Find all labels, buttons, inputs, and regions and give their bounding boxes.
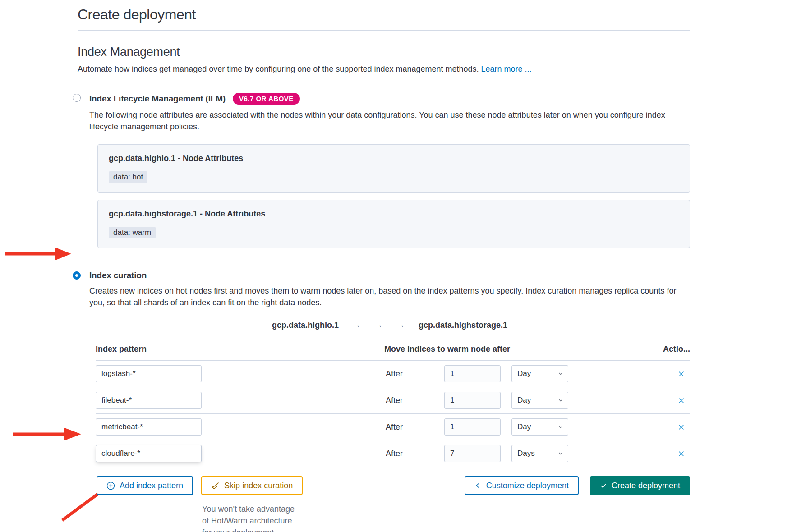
move-after-value-input[interactable] bbox=[444, 392, 501, 409]
create-deployment-button[interactable]: Create deployment bbox=[590, 476, 690, 495]
chevron-down-icon bbox=[558, 424, 563, 430]
table-header: Index pattern Move indices to warm node … bbox=[96, 344, 690, 361]
skip-index-curation-button[interactable]: Skip index curation bbox=[201, 476, 303, 495]
index-curation-label: Index curation bbox=[89, 271, 147, 280]
index-management-intro: Automate how indices get managed over ti… bbox=[78, 63, 690, 75]
node-attributes-box-highio: gcp.data.highio.1 - Node Attributes data… bbox=[97, 144, 690, 193]
index-pattern-input[interactable] bbox=[96, 392, 202, 409]
after-label: After bbox=[386, 422, 444, 432]
remove-row-button[interactable] bbox=[676, 369, 686, 379]
header-actions: Actio... bbox=[649, 344, 690, 354]
index-pattern-input[interactable] bbox=[96, 418, 202, 436]
index-curation-option: Index curation Creates new indices on ho… bbox=[78, 271, 690, 532]
node-attribute-tag: data: warm bbox=[109, 227, 156, 238]
remove-row-button[interactable] bbox=[676, 449, 686, 459]
index-pattern-input[interactable] bbox=[96, 365, 202, 382]
skip-warning-text: You won't take advantage of Hot/Warm arc… bbox=[202, 503, 295, 532]
hot-warm-flow: gcp.data.highio.1 → → → gcp.data.highsto… bbox=[89, 320, 690, 330]
index-pattern-rows: After Day After Day bbox=[96, 361, 690, 467]
flow-arrow-icon: → bbox=[396, 320, 405, 330]
after-label: After bbox=[386, 369, 444, 379]
hot-node-name: gcp.data.highio.1 bbox=[272, 321, 339, 330]
unit-select[interactable]: Day bbox=[511, 418, 568, 436]
node-box-title: gcp.data.highstorage.1 - Node Attributes bbox=[109, 209, 679, 219]
chevron-left-icon bbox=[474, 482, 482, 489]
index-pattern-row: After Day bbox=[96, 361, 690, 387]
node-attributes-box-highstorage: gcp.data.highstorage.1 - Node Attributes… bbox=[97, 200, 690, 248]
annotation-arrow-cloudflare-row bbox=[11, 426, 85, 442]
curation-actions-row: Add index pattern Skip index curation Yo… bbox=[97, 476, 690, 532]
check-icon bbox=[600, 482, 607, 489]
move-after-value-input[interactable] bbox=[444, 418, 501, 436]
index-curation-radio[interactable] bbox=[73, 271, 81, 280]
index-management-heading: Index Management bbox=[78, 45, 690, 59]
ilm-option-label: Index Lifecycle Management (ILM) bbox=[89, 94, 226, 104]
customize-deployment-button[interactable]: Customize deployment bbox=[465, 476, 579, 495]
annotation-arrow-index-curation bbox=[0, 246, 77, 262]
skip-index-curation-label: Skip index curation bbox=[224, 481, 293, 491]
intro-text: Automate how indices get managed over ti… bbox=[78, 64, 479, 73]
move-after-value-input[interactable] bbox=[444, 445, 501, 462]
index-pattern-row: After Day bbox=[96, 414, 690, 440]
remove-row-button[interactable] bbox=[676, 395, 686, 406]
warm-node-name: gcp.data.highstorage.1 bbox=[419, 321, 507, 330]
flow-arrow-icon: → bbox=[374, 320, 383, 330]
unit-select[interactable]: Days bbox=[511, 445, 568, 462]
chevron-down-icon bbox=[558, 451, 563, 456]
page-title: Create deployment bbox=[78, 6, 690, 31]
unit-select-value: Days bbox=[517, 449, 535, 458]
unit-select[interactable]: Day bbox=[511, 392, 568, 409]
header-index-pattern: Index pattern bbox=[96, 344, 384, 354]
add-index-pattern-label: Add index pattern bbox=[120, 481, 183, 491]
version-badge: V6.7 OR ABOVE bbox=[233, 93, 300, 105]
broom-icon bbox=[211, 482, 220, 490]
index-pattern-row: After Day bbox=[96, 387, 690, 414]
after-label: After bbox=[386, 449, 444, 459]
create-deployment-label: Create deployment bbox=[612, 481, 680, 491]
chevron-down-icon bbox=[558, 371, 563, 376]
add-index-pattern-button[interactable]: Add index pattern bbox=[97, 476, 193, 495]
index-pattern-row: After Days bbox=[96, 440, 690, 467]
plus-circle-icon bbox=[106, 482, 115, 490]
unit-select-value: Day bbox=[517, 396, 531, 405]
learn-more-link[interactable]: Learn more ... bbox=[481, 64, 532, 73]
unit-select-value: Day bbox=[517, 369, 531, 378]
after-label: After bbox=[386, 396, 444, 405]
index-curation-description: Creates new indices on hot nodes first a… bbox=[89, 285, 680, 308]
chevron-down-icon bbox=[558, 398, 563, 403]
index-pattern-input[interactable] bbox=[96, 445, 202, 462]
node-attribute-tag: data: hot bbox=[109, 171, 147, 183]
customize-deployment-label: Customize deployment bbox=[486, 481, 569, 491]
node-box-title: gcp.data.highio.1 - Node Attributes bbox=[109, 154, 679, 163]
unit-select-value: Day bbox=[517, 422, 531, 431]
flow-arrow-icon: → bbox=[352, 320, 361, 330]
create-deployment-page: Create deployment Index Management Autom… bbox=[0, 0, 792, 532]
ilm-description: The following node attributes are associ… bbox=[89, 109, 680, 133]
ilm-option: Index Lifecycle Management (ILM) V6.7 OR… bbox=[78, 93, 690, 248]
index-pattern-table: Index pattern Move indices to warm node … bbox=[96, 344, 690, 467]
remove-row-button[interactable] bbox=[676, 422, 686, 432]
unit-select[interactable]: Day bbox=[511, 365, 568, 382]
ilm-radio[interactable] bbox=[73, 94, 81, 102]
move-after-value-input[interactable] bbox=[444, 365, 501, 382]
header-move-indices: Move indices to warm node after bbox=[384, 344, 649, 354]
